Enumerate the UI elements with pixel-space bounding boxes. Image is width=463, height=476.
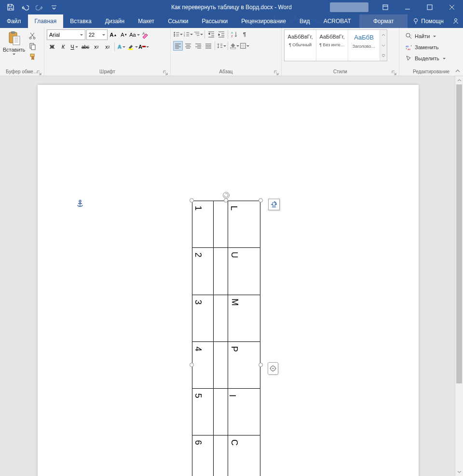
cell-6-num: 6 [193,440,203,445]
rotate-handle[interactable] [223,192,230,199]
minimize-button[interactable] [396,0,419,14]
multilevel-button[interactable] [193,29,203,39]
ribbon-display-button[interactable] [374,0,396,14]
tab-format[interactable]: Формат [359,14,408,28]
paste-label: Вставить [2,47,26,53]
svg-rect-8 [11,31,15,34]
styles-scroll-up[interactable] [380,30,387,40]
redo-button[interactable] [33,1,46,14]
font-name-selector[interactable]: Arial [47,29,85,40]
styles-launcher[interactable] [392,68,397,74]
cut-button[interactable] [27,31,37,40]
find-button[interactable]: Найти [404,31,448,41]
style-normal[interactable]: АаБбВвГг, ¶ Обычный [285,30,316,61]
clear-formatting-button[interactable]: A [140,30,150,40]
maximize-button[interactable] [419,0,441,14]
clipboard-launcher[interactable] [37,68,42,74]
handle-ml[interactable] [190,363,194,367]
strikethrough-button[interactable]: abc [80,42,91,52]
close-button[interactable] [441,0,463,14]
align-right-button[interactable] [193,41,203,51]
style-no-spacing[interactable]: АаБбВвГг, ¶ Без инте… [316,30,348,61]
bullets-button[interactable] [173,29,183,39]
style-heading1[interactable]: АаБбВ Заголово… [348,30,380,61]
styles-expand[interactable] [380,51,387,61]
styles-scroll-down[interactable] [380,40,387,50]
qat-customize-button[interactable] [47,1,61,14]
save-button[interactable] [4,1,17,14]
document-area: 1L 2U 3M 4P 5I 6C 7S [0,76,463,476]
increase-indent-button[interactable] [217,29,226,39]
textbox-selection[interactable]: 1L 2U 3M 4P 5I 6C 7S [192,201,260,476]
document-title: Как перевернуть таблицу в Ворд.docx - Wo… [171,4,292,11]
highlight-button[interactable] [127,42,138,52]
handle-tr[interactable] [259,198,263,203]
underline-button[interactable]: Ч [69,42,80,52]
show-marks-button[interactable]: ¶ [240,29,249,39]
bold-button[interactable]: Ж [47,42,57,52]
shrink-font-button[interactable]: A▼ [119,30,129,40]
collapse-ribbon-button[interactable] [454,68,462,74]
tab-references[interactable]: Ссылки [161,14,195,28]
subscript-button[interactable]: x2 [91,42,102,52]
borders-button[interactable] [240,41,249,51]
copy-button[interactable] [27,42,37,51]
tab-review[interactable]: Рецензирование [234,14,293,28]
share-button[interactable] [449,14,463,28]
ribbon-tabs: Файл Главная Вставка Дизайн Макет Ссылки… [0,14,463,28]
layout-side-button[interactable] [268,362,278,375]
tab-layout[interactable]: Макет [131,14,161,28]
numbering-button[interactable]: 123 [183,29,193,39]
svg-rect-14 [30,54,34,56]
scroll-down-button[interactable] [455,468,463,476]
cell-1-num: 1 [193,205,203,210]
tab-insert[interactable]: Вставка [63,14,98,28]
sort-button[interactable]: AZ [230,29,239,39]
undo-button[interactable] [18,1,32,14]
line-spacing-button[interactable] [217,41,226,51]
tab-mailings[interactable]: Рассылки [195,14,234,28]
paragraph-launcher[interactable] [274,68,280,74]
handle-mr[interactable] [259,363,263,367]
svg-text:3: 3 [184,35,185,37]
tab-view[interactable]: Вид [293,14,317,28]
grow-font-button[interactable]: A▲ [109,30,118,40]
layout-options-button[interactable] [268,199,280,210]
tab-file[interactable]: Файл [0,14,28,28]
handle-tl[interactable] [190,198,194,203]
justify-button[interactable] [204,41,213,51]
svg-rect-25 [231,48,236,49]
paste-button[interactable]: Вставить [2,29,26,55]
styles-gallery[interactable]: АаБбВвГг, ¶ Обычный АаБбВвГг, ¶ Без инте… [284,29,387,61]
decrease-indent-button[interactable] [206,29,216,39]
group-paragraph: 123 AZ ¶ Абзац [171,28,282,76]
scroll-thumb[interactable] [456,84,462,383]
scroll-up-button[interactable] [455,76,463,84]
rotated-table[interactable]: 1L 2U 3M 4P 5I 6C 7S [192,201,260,476]
replace-button[interactable]: abac Заменить [404,42,448,52]
text-effects-button[interactable]: A [116,42,127,52]
tell-me[interactable]: Помощн [408,14,449,28]
change-case-button[interactable]: Aa [130,30,139,40]
svg-text:A: A [142,31,145,36]
cell-1-letter: L [229,205,239,210]
user-account[interactable] [330,2,368,12]
svg-point-5 [414,19,418,22]
font-color-button[interactable]: A [138,42,149,52]
align-left-button[interactable] [173,41,183,51]
select-button[interactable]: Выделить [404,54,448,63]
tab-acrobat[interactable]: ACROBAT [317,14,358,28]
italic-button[interactable]: К [58,42,68,52]
font-size-selector[interactable]: 22 [86,29,108,40]
superscript-button[interactable]: x2 [102,42,113,52]
tab-design[interactable]: Дизайн [98,14,131,28]
scroll-track[interactable] [455,84,463,468]
format-painter-button[interactable] [27,53,37,61]
shading-button[interactable] [230,41,239,51]
svg-rect-9 [13,36,20,45]
tab-home[interactable]: Главная [28,14,64,28]
handle-tm[interactable] [224,198,228,203]
align-center-button[interactable] [183,41,193,51]
font-launcher[interactable] [163,68,169,74]
svg-rect-13 [31,45,35,50]
